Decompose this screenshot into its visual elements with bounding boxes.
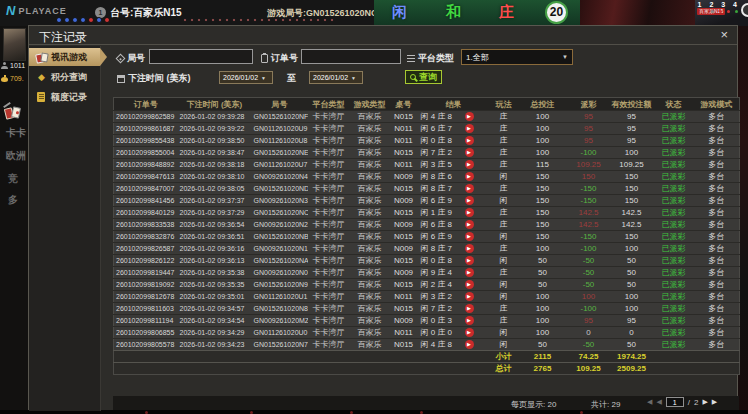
table-number-cell: N015 <box>390 279 418 291</box>
play-type-cell: 闲 <box>490 171 518 183</box>
table-row[interactable]: 260102099811194 2026-01-02 09:34:54 GN00… <box>114 315 740 327</box>
table-row[interactable]: 260102099840129 2026-01-02 09:37:29 GN01… <box>114 207 740 219</box>
round-number-cell: GN011261020U7 <box>252 159 308 171</box>
table-row[interactable]: 260102099806855 2026-01-02 09:34:29 GN01… <box>114 327 740 339</box>
table-row[interactable]: 260102099805578 2026-01-02 09:34:23 GN01… <box>114 339 740 351</box>
replay-icon[interactable]: ▶ <box>465 148 474 157</box>
empty-cell <box>654 351 740 363</box>
platform-select[interactable]: 1.全部 ▼ <box>461 49 573 65</box>
round-number-cell: GN015261020NF <box>252 111 308 123</box>
first-page-icon[interactable]: ◀ <box>647 398 652 406</box>
play-type-cell: 庄 <box>490 267 518 279</box>
table-row[interactable]: 260102099819092 2026-01-02 09:35:35 GN01… <box>114 279 740 291</box>
list-icon <box>407 55 415 63</box>
play-type-cell: 庄 <box>490 315 518 327</box>
table-row[interactable]: 260102099847007 2026-01-02 09:38:05 GN01… <box>114 183 740 195</box>
round-number-cell: GN009261020MZ <box>252 315 308 327</box>
valid-bet-cell: 95 <box>610 315 654 327</box>
replay-icon[interactable]: ▶ <box>465 160 474 169</box>
bet-area: 闲 和 庄 20 <box>374 0 580 26</box>
bet-player-button[interactable]: 闲 <box>392 3 407 22</box>
game-mode-cell: 多台 <box>694 219 740 231</box>
table-row[interactable]: 260102099861687 2026-01-02 09:39:22 GN01… <box>114 123 740 135</box>
bet-time-cell: 2026-01-02 09:38:47 <box>178 147 252 159</box>
result-text: 闲 7 庄 2 <box>421 303 465 314</box>
bet-banker-button[interactable]: 庄 <box>499 3 514 22</box>
replay-icon[interactable]: ▶ <box>465 244 474 253</box>
status-cell: 已派彩 <box>654 243 694 255</box>
column-header: 桌号 <box>390 98 418 111</box>
total-bet-cell: 100 <box>518 111 568 123</box>
empty-cell <box>114 351 490 363</box>
replay-icon[interactable]: ▶ <box>465 208 474 217</box>
table-row[interactable]: 260102099833538 2026-01-02 09:36:54 GN00… <box>114 219 740 231</box>
platform-select-value: 1.全部 <box>466 52 489 63</box>
table-row[interactable]: 260102099819447 2026-01-02 09:35:38 GN00… <box>114 267 740 279</box>
points-value: 1011 <box>10 62 25 69</box>
close-icon[interactable]: × <box>720 28 728 42</box>
replay-icon[interactable]: ▶ <box>465 256 474 265</box>
search-button[interactable]: 查询 <box>405 70 442 84</box>
lobby-item-kaka[interactable]: 卡卡 <box>6 126 26 140</box>
order-number-input[interactable] <box>301 49 401 64</box>
replay-icon[interactable]: ▶ <box>465 304 474 313</box>
date-to-picker[interactable]: 2026/01/02 ▼ <box>309 71 363 84</box>
order-number-cell: 260102099847007 <box>114 183 178 195</box>
replay-icon[interactable]: ▶ <box>465 112 474 121</box>
replay-icon[interactable]: ▶ <box>465 292 474 301</box>
lobby-item-jing[interactable]: 竞 <box>8 172 18 186</box>
replay-icon[interactable]: ▶ <box>465 316 474 325</box>
replay-icon[interactable]: ▶ <box>465 172 474 181</box>
sidebar-item-video-games[interactable]: 视讯游戏 <box>29 48 100 66</box>
subtotal-valid: 1974.25 <box>610 351 654 363</box>
column-header: 结果 <box>418 98 490 111</box>
replay-icon[interactable]: ▶ <box>465 340 474 349</box>
lobby-item-europe[interactable]: 欧洲 <box>6 149 26 163</box>
table-row[interactable]: 260102099826587 2026-01-02 09:36:16 GN00… <box>114 243 740 255</box>
order-number-cell: 260102099833538 <box>114 219 178 231</box>
table-row[interactable]: 260102099826122 2026-01-02 09:36:13 GN01… <box>114 255 740 267</box>
column-header: 游戏类型 <box>350 98 390 111</box>
sidebar-item-quota-records[interactable]: 额度记录 <box>29 88 100 106</box>
page-number-input[interactable] <box>666 397 684 407</box>
prev-page-icon[interactable]: ◀ <box>656 398 661 406</box>
round-number-input[interactable] <box>149 49 253 64</box>
replay-icon[interactable]: ▶ <box>465 280 474 289</box>
game-mode-cell: 多台 <box>694 147 740 159</box>
table-row[interactable]: 260102099855004 2026-01-02 09:38:47 GN01… <box>114 147 740 159</box>
date-from-picker[interactable]: 2026/01/02 ▼ <box>219 71 273 84</box>
order-number-cell: 260102099841456 <box>114 195 178 207</box>
replay-icon[interactable]: ▶ <box>465 196 474 205</box>
total-bet-cell: 150 <box>518 183 568 195</box>
replay-icon[interactable]: ▶ <box>465 232 474 241</box>
replay-icon[interactable]: ▶ <box>465 220 474 229</box>
result-cell: 闲 2 庄 4 ▶ <box>418 279 490 291</box>
replay-icon[interactable]: ▶ <box>465 328 474 337</box>
result-text: 闲 6 庄 7 <box>421 123 465 134</box>
replay-icon[interactable]: ▶ <box>465 184 474 193</box>
replay-icon[interactable]: ▶ <box>465 136 474 145</box>
status-cell: 已派彩 <box>654 123 694 135</box>
replay-icon[interactable]: ▶ <box>465 124 474 133</box>
play-type-cell: 闲 <box>490 255 518 267</box>
play-type-cell: 庄 <box>490 303 518 315</box>
next-page-icon[interactable]: ▶ <box>702 398 707 406</box>
order-number-cell: 260102099811194 <box>114 315 178 327</box>
table-row[interactable]: 260102099847613 2026-01-02 09:38:10 GN00… <box>114 171 740 183</box>
column-header: 局号 <box>252 98 308 111</box>
playace-logo-icon: N <box>6 4 15 17</box>
table-row[interactable]: 260102099812678 2026-01-02 09:35:01 GN01… <box>114 291 740 303</box>
table-row[interactable]: 260102099811603 2026-01-02 09:34:57 GN01… <box>114 303 740 315</box>
table-row[interactable]: 260102099848892 2026-01-02 09:38:18 GN01… <box>114 159 740 171</box>
table-row[interactable]: 260102099855438 2026-01-02 09:38:50 GN01… <box>114 135 740 147</box>
table-row[interactable]: 260102099841456 2026-01-02 09:37:37 GN00… <box>114 195 740 207</box>
payout-cell: -50 <box>568 267 610 279</box>
lobby-item-duo[interactable]: 多 <box>8 193 18 207</box>
replay-icon[interactable]: ▶ <box>465 268 474 277</box>
last-page-icon[interactable]: ▶ <box>712 398 717 406</box>
table-row[interactable]: 260102099832876 2026-01-02 09:36:51 GN01… <box>114 231 740 243</box>
bet-tie-button[interactable]: 和 <box>446 3 461 22</box>
table-row[interactable]: 260102099862589 2026-01-02 09:39:28 GN01… <box>114 111 740 123</box>
column-header: 下注时间 (美东) <box>178 98 252 111</box>
sidebar-item-points-query[interactable]: ◆ 积分查询 <box>29 68 100 86</box>
